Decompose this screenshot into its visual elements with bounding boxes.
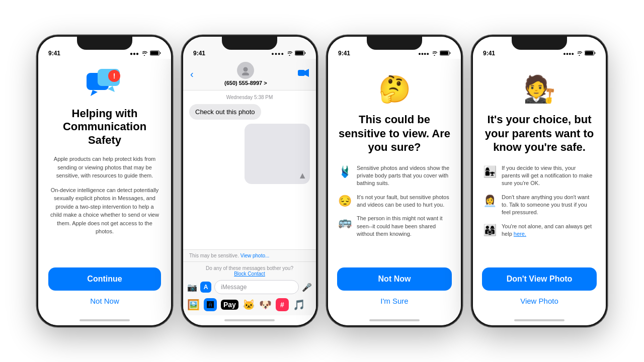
wifi-icon-4 [576, 51, 583, 57]
sensitive-bar: This may be sensitive. View photo... [183, 249, 316, 261]
phone1-desc1: Apple products can help protect kids fro… [50, 155, 159, 180]
time-3: 9:41 [338, 50, 350, 57]
message-bubble: Check out this photo [189, 104, 261, 120]
bathing-emoji: 🩱 [338, 165, 352, 178]
not-now-button-1[interactable]: Not Now [90, 297, 119, 305]
message-input-row: 📷 A iMessage 🎤 [187, 278, 312, 296]
block-contact-link[interactable]: Block Contact [234, 271, 265, 277]
status-icons-3: ●●●● [418, 50, 451, 57]
signal-icon-1: ●●● [130, 51, 139, 56]
messages-area: Wednesday 5:38 PM Check out this photo ▲ [183, 90, 316, 249]
reason-text-4-2: Don't share anything you don't want to. … [502, 194, 596, 217]
phone4-footer: Don't View Photo View Photo [473, 267, 606, 315]
reason-item-4-3: 👨‍👩‍👧 You're not alone, and can always g… [483, 223, 596, 238]
sensitive-text: This may be sensitive. [189, 253, 239, 258]
thinking-emoji: 🤔 [378, 74, 411, 105]
reason-text-4-3: You're not alone, and can always get hel… [502, 223, 596, 238]
notch-3 [367, 37, 422, 50]
contact-avatar [237, 62, 254, 79]
communication-safety-icon: ! [87, 69, 123, 99]
phone1-footer: Continue Not Now [38, 267, 171, 315]
phone-1: 9:41 ●●● [37, 35, 173, 327]
continue-button[interactable]: Continue [48, 267, 161, 291]
music-icon[interactable]: 🎵 [293, 299, 305, 311]
phone-4: 9:41 ●●●● 🧑‍⚖️ It's your choice, but you… [471, 35, 607, 327]
not-now-button-3[interactable]: Not Now [337, 267, 452, 291]
home-indicator-3 [328, 315, 461, 325]
reason-item-3: 🚌 The person in this might not want it s… [338, 215, 451, 238]
svg-rect-17 [585, 51, 593, 55]
svg-rect-12 [298, 70, 305, 76]
back-button[interactable]: ‹ [190, 68, 194, 80]
memoji-icon[interactable]: 🐱 [243, 299, 255, 311]
reason-item-4-1: 👩‍👧 If you decide to view this, your par… [483, 164, 596, 188]
view-photo-link[interactable]: View photo... [240, 253, 270, 258]
messages-bottom: Do any of these messages bother you? Blo… [183, 261, 316, 315]
home-indicator-2 [183, 315, 316, 325]
dont-view-button[interactable]: Don't View Photo [482, 267, 597, 291]
apps-store-icon[interactable]: 🅰 [204, 298, 217, 311]
phone4-content: 🧑‍⚖️ It's your choice, but your parents … [473, 59, 606, 267]
home-indicator-1 [38, 315, 171, 325]
help-emoji: 👨‍👩‍👧 [483, 224, 497, 237]
phone3-content: 🤔 This could be sensitive to view. Are y… [328, 59, 461, 267]
status-icons-4: ●●●● [563, 50, 596, 57]
eye-emoji: 🚌 [338, 216, 352, 229]
svg-point-11 [242, 72, 249, 75]
video-call-button[interactable] [298, 69, 309, 79]
wifi-icon-2 [286, 51, 293, 57]
message-input[interactable]: iMessage [214, 280, 299, 294]
phone3-footer: Not Now I'm Sure [328, 267, 461, 315]
signal-icon-2: ●●●● [271, 51, 284, 56]
mic-icon[interactable]: 🎤 [302, 283, 312, 292]
notch-4 [512, 37, 567, 50]
time-1: 9:41 [48, 50, 60, 57]
camera-icon[interactable]: 📷 [187, 283, 197, 292]
person-emoji: 🧑‍⚖️ [523, 74, 556, 105]
home-indicator-4 [473, 315, 606, 325]
phone1-content: ! Helping with Communication Safety Appl… [38, 59, 171, 267]
notch-2 [222, 37, 277, 50]
im-sure-button[interactable]: I'm Sure [380, 297, 408, 305]
svg-marker-13 [305, 69, 309, 77]
reason-text-1: Sensitive photos and videos show the pri… [357, 164, 451, 188]
messages-header: ‹ (650) 555-8997 > [183, 59, 316, 90]
battery-icon-3 [440, 50, 451, 57]
signal-icon-3: ●●●● [418, 51, 429, 56]
talk-emoji: 👩‍💼 [483, 195, 497, 208]
phone1-title: Helping with Communication Safety [50, 107, 159, 147]
notification-emoji: 👩‍👧 [483, 165, 497, 178]
battery-icon-4 [585, 50, 596, 57]
svg-point-10 [244, 67, 248, 72]
svg-marker-5 [108, 86, 115, 92]
phone-3: 9:41 ●●●● 🤔 This could be sensitive to v… [327, 35, 462, 327]
view-photo-button[interactable]: View Photo [520, 297, 558, 305]
reason-item-4-2: 👩‍💼 Don't share anything you don't want … [483, 194, 596, 217]
contact-name[interactable]: (650) 555-8997 > [194, 80, 298, 86]
svg-rect-15 [440, 51, 448, 55]
hashtag-icon[interactable]: # [276, 298, 289, 311]
reason-text-4-1: If you decide to view this, your parents… [502, 164, 596, 188]
wifi-icon-3 [431, 51, 438, 57]
time-4: 9:41 [483, 50, 495, 57]
notch-1 [77, 37, 132, 50]
photos-app-icon[interactable]: 🖼️ [187, 299, 200, 311]
phone-2: 9:41 ●●●● ‹ [182, 35, 317, 327]
status-icons-2: ●●●● [271, 50, 306, 57]
apple-pay-icon[interactable]: Pay [221, 300, 238, 310]
app-row: 🖼️ 🅰 Pay 🐱 🐶 # 🎵 [187, 296, 312, 313]
reason-text-2: It's not your fault, but sensitive photo… [357, 194, 451, 209]
phones-container: 9:41 ●●● [27, 25, 617, 337]
battery-icon-2 [295, 50, 306, 57]
apps-icon[interactable]: A [200, 282, 211, 293]
signal-icon-4: ●●●● [563, 51, 574, 56]
message-date: Wednesday 5:38 PM [189, 95, 310, 100]
animoji-icon[interactable]: 🐶 [259, 299, 272, 311]
svg-rect-9 [295, 51, 303, 55]
sad-emoji: 😔 [338, 195, 352, 208]
svg-marker-3 [91, 90, 98, 96]
status-icons-1: ●●● [130, 50, 161, 57]
svg-rect-1 [150, 51, 158, 55]
here-link[interactable]: here. [514, 231, 526, 237]
block-notice: Do any of these messages bother you? Blo… [187, 264, 312, 278]
